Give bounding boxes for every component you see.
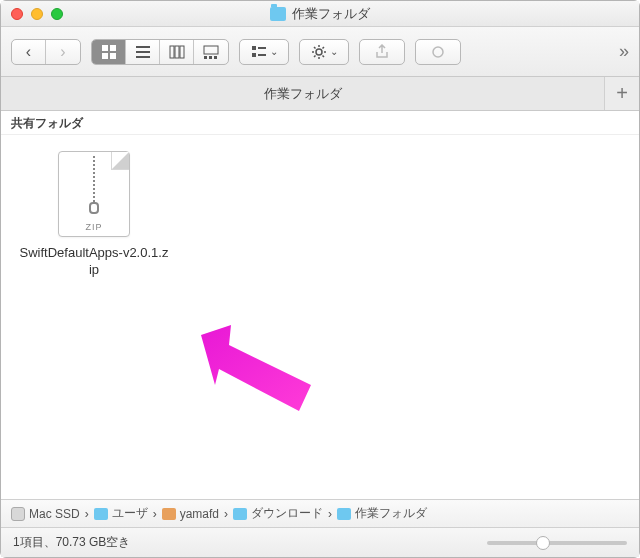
window-title: 作業フォルダ (1, 5, 639, 23)
path-current[interactable]: 作業フォルダ (337, 505, 427, 522)
svg-rect-8 (175, 46, 179, 58)
svg-rect-7 (170, 46, 174, 58)
svg-rect-3 (110, 53, 116, 59)
list-icon (135, 44, 151, 60)
forward-button[interactable]: › (46, 40, 80, 64)
zoom-button[interactable] (51, 8, 63, 20)
file-name: SwiftDefaultApps-v2.0.1.zip (19, 245, 169, 279)
home-icon (162, 508, 176, 520)
folder-icon (337, 508, 351, 520)
annotation-arrow (181, 315, 341, 435)
path-users[interactable]: ユーザ (94, 505, 148, 522)
share-button[interactable] (360, 40, 404, 64)
path-separator: › (153, 507, 157, 521)
svg-rect-14 (252, 46, 256, 50)
svg-rect-12 (209, 56, 212, 59)
svg-rect-1 (110, 45, 116, 51)
svg-rect-13 (214, 56, 217, 59)
overflow-button[interactable]: » (619, 41, 629, 62)
shared-folder-label: 共有フォルダ (11, 116, 83, 130)
new-tab-button[interactable]: + (605, 77, 639, 110)
chevron-down-icon: ⌄ (330, 46, 338, 57)
nav-buttons: ‹ › (11, 39, 81, 65)
svg-rect-11 (204, 56, 207, 59)
status-bar: 1項目、70.73 GB空き (1, 527, 639, 557)
shared-folder-header: 共有フォルダ (1, 111, 639, 135)
tab-label: 作業フォルダ (264, 85, 342, 103)
tag-button[interactable] (416, 40, 460, 64)
view-columns-button[interactable] (160, 40, 194, 64)
slider-knob[interactable] (536, 536, 550, 550)
group-menu[interactable]: ⌄ (239, 39, 289, 65)
share-button-group (359, 39, 405, 65)
path-disk[interactable]: Mac SSD (11, 507, 80, 521)
chevron-right-icon: › (60, 43, 65, 61)
tab-current[interactable]: 作業フォルダ (1, 77, 605, 110)
grid-icon (101, 44, 117, 60)
path-downloads[interactable]: ダウンロード (233, 505, 323, 522)
svg-rect-15 (258, 47, 266, 49)
action-menu[interactable]: ⌄ (299, 39, 349, 65)
folder-icon (94, 508, 108, 520)
svg-rect-5 (136, 51, 150, 53)
view-gallery-button[interactable] (194, 40, 228, 64)
group-icon (251, 44, 267, 60)
svg-rect-16 (252, 53, 256, 57)
view-list-button[interactable] (126, 40, 160, 64)
svg-rect-17 (258, 54, 266, 56)
svg-rect-10 (204, 46, 218, 54)
close-button[interactable] (11, 8, 23, 20)
file-area[interactable]: ZIP SwiftDefaultApps-v2.0.1.zip (1, 135, 639, 499)
file-item[interactable]: ZIP SwiftDefaultApps-v2.0.1.zip (19, 151, 169, 279)
svg-point-18 (316, 49, 322, 55)
back-button[interactable]: ‹ (12, 40, 46, 64)
view-icon-button[interactable] (92, 40, 126, 64)
svg-rect-9 (180, 46, 184, 58)
window-title-text: 作業フォルダ (292, 5, 370, 23)
status-text: 1項目、70.73 GB空き (13, 534, 130, 551)
svg-rect-6 (136, 56, 150, 58)
folder-icon (270, 7, 286, 21)
columns-icon (169, 44, 185, 60)
svg-rect-2 (102, 53, 108, 59)
group-button[interactable]: ⌄ (240, 40, 288, 64)
toolbar: ‹ › ⌄ ⌄ (1, 27, 639, 77)
path-home[interactable]: yamafd (162, 507, 219, 521)
minimize-button[interactable] (31, 8, 43, 20)
gallery-icon (203, 44, 219, 60)
finder-window: 作業フォルダ ‹ › ⌄ (0, 0, 640, 558)
traffic-lights (1, 8, 63, 20)
path-bar: Mac SSD › ユーザ › yamafd › ダウンロード › 作業フォルダ (1, 499, 639, 527)
action-button[interactable]: ⌄ (300, 40, 348, 64)
chevron-down-icon: ⌄ (270, 46, 278, 57)
disk-icon (11, 507, 25, 521)
chevron-left-icon: ‹ (26, 43, 31, 61)
icon-size-slider[interactable] (487, 541, 627, 545)
folder-icon (233, 508, 247, 520)
tag-icon (430, 44, 446, 60)
zip-file-icon: ZIP (58, 151, 130, 237)
tag-button-group (415, 39, 461, 65)
view-switcher (91, 39, 229, 65)
svg-rect-0 (102, 45, 108, 51)
svg-rect-4 (136, 46, 150, 48)
titlebar: 作業フォルダ (1, 1, 639, 27)
plus-icon: + (616, 82, 628, 105)
path-separator: › (224, 507, 228, 521)
share-icon (374, 44, 390, 60)
path-separator: › (328, 507, 332, 521)
path-separator: › (85, 507, 89, 521)
tab-bar: 作業フォルダ + (1, 77, 639, 111)
gear-icon (311, 44, 327, 60)
svg-point-19 (433, 47, 443, 57)
zip-badge: ZIP (59, 222, 129, 232)
